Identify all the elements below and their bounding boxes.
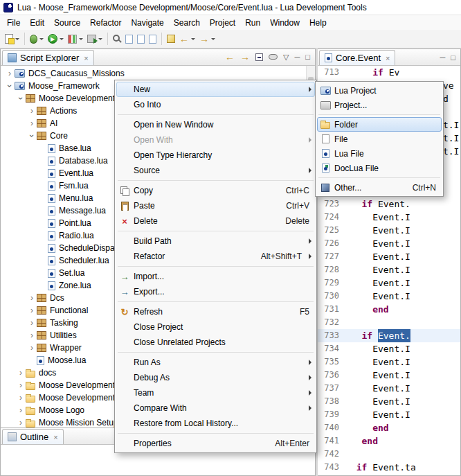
menu-item-close-unrelated-projects[interactable]: Close Unrelated Projects — [116, 335, 315, 350]
twisty-collapsed-icon[interactable]: › — [27, 306, 37, 315]
menu-window[interactable]: Window — [265, 17, 305, 29]
minimize-icon[interactable]: ─ — [440, 53, 446, 62]
menu-item-copy[interactable]: CopyCtrl+C — [116, 183, 315, 198]
submenu-item-project[interactable]: Project... — [317, 98, 442, 112]
new-lua-file-button[interactable] — [135, 31, 147, 46]
menu-run[interactable]: Run — [240, 17, 265, 29]
menu-item-import[interactable]: →Import... — [116, 269, 315, 284]
menu-item-debug-as[interactable]: Debug As — [116, 370, 315, 385]
code-line[interactable]: 740 end — [318, 421, 460, 434]
code-line[interactable]: 734 Event.I — [318, 342, 460, 355]
submenu-item-file[interactable]: File — [317, 132, 442, 146]
twisty-collapsed-icon[interactable]: › — [27, 294, 37, 302]
twisty-collapsed-icon[interactable]: › — [27, 119, 37, 127]
submenu-item-doclua-file[interactable]: DocLua File — [317, 161, 442, 175]
menu-item-open-in-new-window[interactable]: Open in New Window — [116, 117, 315, 132]
twisty-collapsed-icon[interactable]: › — [16, 369, 26, 377]
code-line[interactable]: 741 end — [318, 434, 460, 448]
forward-button[interactable]: → — [197, 31, 217, 46]
twisty-collapsed-icon[interactable]: › — [16, 406, 26, 414]
twisty-collapsed-icon[interactable]: › — [16, 394, 26, 402]
new-wizard-button[interactable] — [3, 31, 21, 46]
code-line[interactable]: 730 Event.I — [318, 290, 460, 303]
back-button[interactable]: ← — [177, 31, 197, 46]
code-line[interactable]: 732 — [318, 316, 460, 329]
code-line[interactable]: 739 Event.I — [318, 408, 460, 421]
submenu-item-other[interactable]: Other...Ctrl+N — [317, 180, 442, 195]
code-line[interactable]: 713 if Ev — [318, 66, 460, 79]
view-menu-icon[interactable]: ▽ — [283, 53, 289, 62]
search-button[interactable] — [111, 31, 123, 46]
current-code-line[interactable]: 733 if Event. — [318, 329, 460, 342]
menu-item-go-into[interactable]: Go Into — [116, 97, 315, 112]
menu-item-source[interactable]: Source — [116, 163, 315, 178]
open-element-button[interactable] — [123, 31, 135, 46]
code-line[interactable]: 742 — [318, 448, 460, 461]
forward-icon[interactable]: → — [240, 52, 250, 62]
menu-source[interactable]: Source — [49, 17, 85, 29]
code-line[interactable]: 729 Event.I — [318, 276, 460, 290]
tab-outline[interactable]: Outline × — [2, 429, 64, 444]
menu-refactor[interactable]: Refactor — [85, 17, 126, 29]
menu-navigate[interactable]: Navigate — [126, 17, 168, 29]
submenu-item-folder[interactable]: Folder — [317, 117, 442, 132]
menu-item-restore-from-local-history[interactable]: Restore from Local History... — [116, 416, 315, 431]
collapse-all-icon[interactable] — [255, 53, 263, 61]
menu-item-team[interactable]: Team — [116, 385, 315, 400]
coverage-button[interactable] — [66, 31, 85, 46]
menu-item-paste[interactable]: PasteCtrl+V — [116, 198, 315, 213]
code-line[interactable]: 724 Event.I — [318, 211, 460, 224]
menu-item-properties[interactable]: PropertiesAlt+Enter — [116, 436, 315, 451]
close-icon[interactable]: × — [84, 54, 88, 62]
twisty-collapsed-icon[interactable]: › — [27, 331, 37, 340]
tab-core-event[interactable]: Core.Event × — [319, 50, 395, 65]
menu-project[interactable]: Project — [205, 17, 240, 29]
submenu-item-lua-file[interactable]: Lua File — [317, 146, 442, 161]
twisty-collapsed-icon[interactable]: › — [27, 319, 37, 327]
close-icon[interactable]: × — [53, 433, 57, 441]
code-line[interactable]: 727 Event.I — [318, 250, 460, 263]
maximize-icon[interactable]: □ — [451, 53, 455, 62]
menu-item-open-with[interactable]: Open With — [116, 132, 315, 148]
code-line[interactable]: 736 Event.I — [318, 369, 460, 382]
last-edit-location-button[interactable] — [165, 31, 177, 46]
menu-help[interactable]: Help — [305, 17, 332, 29]
twisty-collapsed-icon[interactable]: › — [5, 69, 15, 78]
code-line[interactable]: 726 Event.I — [318, 237, 460, 250]
run-button[interactable]: ▶ — [46, 31, 66, 46]
close-icon[interactable]: × — [386, 54, 390, 62]
twisty-expanded-icon[interactable]: › — [28, 131, 36, 141]
debug-button[interactable] — [28, 31, 46, 46]
menu-item-export[interactable]: →Export... — [116, 284, 315, 299]
twisty-collapsed-icon[interactable]: › — [27, 107, 37, 115]
tab-script-explorer[interactable]: Script Explorer × — [2, 50, 94, 65]
submenu-item-lua-project[interactable]: Lua Project — [317, 83, 442, 98]
code-line[interactable]: 738 Event.I — [318, 395, 460, 408]
menu-item-new[interactable]: New — [116, 82, 315, 97]
menu-item-run-as[interactable]: Run As — [116, 355, 315, 370]
code-line[interactable]: 725 Event.I — [318, 224, 460, 237]
link-with-editor-icon[interactable] — [269, 54, 278, 60]
code-line[interactable]: 731 end — [318, 303, 460, 316]
twisty-expanded-icon[interactable]: › — [6, 81, 14, 91]
menu-item-refresh[interactable]: ↻RefreshF5 — [116, 304, 315, 319]
code-line[interactable]: 723 if Event. — [318, 197, 460, 211]
menu-edit[interactable]: Edit — [25, 17, 49, 29]
menu-item-open-type-hierarchy[interactable]: Open Type Hierarchy — [116, 148, 315, 163]
tree-item-dcs-caucasus-missions[interactable]: ›DCS_Caucasus_Missions — [1, 67, 315, 80]
toggle-mark-occurrences-button[interactable] — [147, 31, 159, 46]
menu-item-compare-with[interactable]: Compare With — [116, 400, 315, 416]
menu-item-build-path[interactable]: Build Path — [116, 233, 315, 249]
twisty-collapsed-icon[interactable]: › — [16, 381, 26, 389]
twisty-collapsed-icon[interactable]: › — [16, 418, 26, 427]
menu-search[interactable]: Search — [169, 17, 205, 29]
minimize-icon[interactable]: ─ — [295, 53, 300, 61]
menu-file[interactable]: File — [2, 17, 25, 29]
menu-item-delete[interactable]: ×DeleteDelete — [116, 213, 315, 229]
back-icon[interactable]: ← — [225, 52, 235, 62]
twisty-expanded-icon[interactable]: › — [17, 94, 25, 103]
code-line[interactable]: 728 Event.I — [318, 263, 460, 276]
menu-item-refactor[interactable]: RefactorAlt+Shift+T — [116, 249, 315, 264]
menu-item-close-project[interactable]: Close Project — [116, 319, 315, 335]
code-line[interactable]: 735 Event.I — [318, 355, 460, 369]
